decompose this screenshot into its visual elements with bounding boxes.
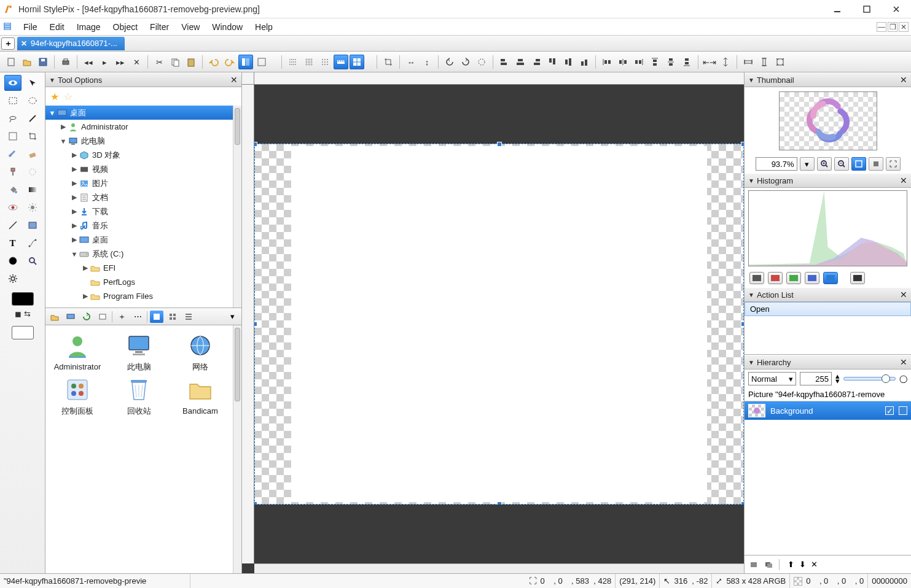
desktop-icon[interactable] xyxy=(64,311,77,323)
menu-filter[interactable]: Filter xyxy=(144,20,175,34)
action-list-body[interactable]: Open xyxy=(745,302,911,355)
shape-tool-icon[interactable] xyxy=(24,217,41,233)
space-h-icon[interactable]: ⇤⇥ xyxy=(702,55,717,69)
open-file-icon[interactable] xyxy=(20,55,34,69)
canvas-hscrollbar[interactable] xyxy=(254,563,744,573)
light-tool-icon[interactable] xyxy=(24,199,41,215)
channel-red-icon[interactable] xyxy=(768,272,783,284)
space-v-icon[interactable] xyxy=(718,55,733,69)
lasso-tool-icon[interactable] xyxy=(4,110,22,126)
samesize-icon[interactable] xyxy=(773,55,788,69)
panel-close-icon[interactable]: ✕ xyxy=(900,176,907,185)
zoom-100-icon[interactable] xyxy=(869,157,883,171)
thumbnail-preview[interactable] xyxy=(779,91,877,150)
rotate-free-icon[interactable] xyxy=(474,55,489,69)
mdi-restore-icon[interactable]: ❐ xyxy=(888,22,897,32)
canvas-area[interactable] xyxy=(242,72,744,573)
panel-close-icon[interactable]: ✕ xyxy=(900,357,907,367)
browser-item[interactable]: Administrator xyxy=(49,333,106,372)
filter-type-icon[interactable]: ⋯ xyxy=(131,311,144,323)
selection-rectangle[interactable] xyxy=(254,144,744,505)
panel-close-icon[interactable]: ✕ xyxy=(900,290,907,300)
refresh-icon[interactable] xyxy=(80,311,93,323)
tree-row[interactable]: ▶Administrator xyxy=(45,120,233,134)
swap-colors-icon[interactable]: ◼⇆ xyxy=(15,309,31,319)
view-grid-icon[interactable] xyxy=(166,311,179,323)
folder-tree[interactable]: ▼桌面▶Administrator▼此电脑▶3D 对象▶视频▶图片▶文档▶下载▶… xyxy=(45,106,241,308)
scrollbar-thumb[interactable] xyxy=(235,108,240,145)
layer-lock-icon[interactable] xyxy=(899,406,907,415)
tree-row[interactable]: ▶图片 xyxy=(45,176,233,190)
opacity-input[interactable]: 255 xyxy=(800,372,832,385)
bucket-tool-icon[interactable] xyxy=(4,182,22,198)
dist-right-icon[interactable] xyxy=(631,55,646,69)
align-bottom-icon[interactable] xyxy=(577,55,592,69)
tree-row[interactable]: ▶Program Files xyxy=(45,289,233,303)
ruler-toggle-icon[interactable] xyxy=(334,55,348,69)
browser-item[interactable]: Bandicam xyxy=(172,377,229,416)
tree-expander-icon[interactable]: ▼ xyxy=(59,137,68,145)
action-item[interactable]: Open xyxy=(745,302,911,316)
layer-delete-icon[interactable]: ✕ xyxy=(811,560,818,569)
new-file-icon[interactable] xyxy=(4,55,18,69)
opacity-down-icon[interactable]: ▾ xyxy=(835,379,840,384)
filter-plus-icon[interactable]: ＋ xyxy=(115,311,128,323)
tree-expander-icon[interactable]: ▶ xyxy=(59,123,68,131)
layer-row[interactable]: Background ✓ xyxy=(745,401,911,420)
first-icon[interactable]: ◂◂ xyxy=(81,55,96,69)
file-browser[interactable]: Administrator此电脑网络控制面板回收站Bandicam xyxy=(45,325,241,573)
minimize-button[interactable] xyxy=(829,3,846,15)
dist-hcenter-icon[interactable] xyxy=(616,55,630,69)
toggle-panel2-icon[interactable] xyxy=(254,55,269,69)
close-button[interactable] xyxy=(888,3,905,15)
zoom-dropdown-icon[interactable]: ▾ xyxy=(800,157,815,171)
zoom-tool-icon[interactable] xyxy=(24,253,41,269)
thumbs-icon[interactable] xyxy=(96,311,109,323)
redo-icon[interactable] xyxy=(222,55,237,69)
view-list-icon[interactable] xyxy=(182,311,195,323)
gear-tool-icon[interactable] xyxy=(4,271,22,287)
tree-row[interactable]: ▼系统 (C:) xyxy=(45,247,233,261)
rect-select-icon[interactable] xyxy=(4,93,22,109)
gradient-tool-icon[interactable] xyxy=(24,182,41,198)
move-tool-icon[interactable] xyxy=(24,75,41,91)
undo-icon[interactable] xyxy=(206,55,221,69)
grid-dots-icon[interactable] xyxy=(318,55,332,69)
align-vcenter-icon[interactable] xyxy=(561,55,576,69)
tree-row[interactable]: ▶下载 xyxy=(45,204,233,219)
layer-dup-icon[interactable] xyxy=(764,560,774,569)
panel-close-icon[interactable]: ✕ xyxy=(900,75,907,85)
zoom-fit-icon[interactable] xyxy=(851,157,866,171)
crop-icon[interactable] xyxy=(381,55,396,69)
layer-up-icon[interactable]: ⬆ xyxy=(788,560,794,569)
favorite-icon[interactable]: ★ xyxy=(50,91,59,103)
opacity-slider[interactable] xyxy=(843,377,896,381)
document-tab[interactable]: ✕ 94ef-kqpyfha1660871-... xyxy=(17,37,125,50)
dist-bottom-icon[interactable] xyxy=(679,55,694,69)
browser-scrollbar[interactable] xyxy=(233,325,241,573)
rotate-cw-icon[interactable] xyxy=(458,55,473,69)
paste-icon[interactable] xyxy=(184,55,198,69)
paint-tool-icon[interactable] xyxy=(4,128,22,144)
sameh-icon[interactable] xyxy=(757,55,772,69)
mdi-minimize-icon[interactable]: — xyxy=(877,22,886,32)
tree-row[interactable]: ▼桌面 xyxy=(45,106,233,120)
menu-window[interactable]: Window xyxy=(206,20,249,34)
text-tool-icon[interactable]: T xyxy=(4,235,22,251)
samew-icon[interactable] xyxy=(741,55,756,69)
favorite-add-icon[interactable]: ☆ xyxy=(64,91,72,103)
mdi-close-icon[interactable]: ✕ xyxy=(899,22,909,32)
delete-icon[interactable]: ✕ xyxy=(129,55,144,69)
guides-toggle-icon[interactable] xyxy=(350,55,364,69)
tree-expander-icon[interactable]: ▼ xyxy=(70,250,79,258)
rotate-ccw-icon[interactable] xyxy=(442,55,457,69)
menu-help[interactable]: Help xyxy=(249,20,279,34)
channel-rgba-icon[interactable] xyxy=(850,272,865,284)
tree-row[interactable]: ▶EFI xyxy=(45,261,233,275)
tree-row[interactable]: ▶视频 xyxy=(45,162,233,176)
wand-tool-icon[interactable] xyxy=(24,110,41,126)
menu-object[interactable]: Object xyxy=(107,20,144,34)
ellipse-select-icon[interactable] xyxy=(24,93,41,109)
crop-tool-icon[interactable] xyxy=(24,128,41,144)
blend-mode-select[interactable]: Normal▾ xyxy=(748,372,796,385)
